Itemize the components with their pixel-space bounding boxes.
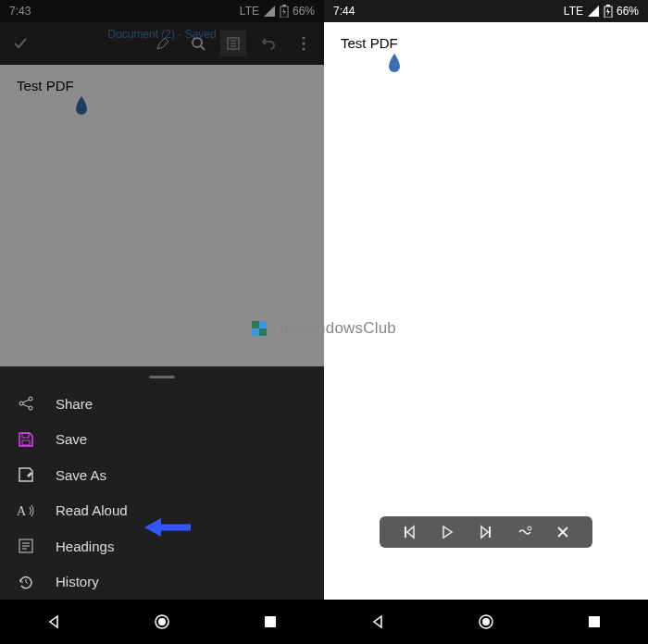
- svg-line-15: [23, 404, 29, 407]
- status-network: LTE: [240, 5, 259, 18]
- statusbar: 7:43 LTE 66%: [0, 0, 324, 22]
- text-cursor-handle[interactable]: [387, 54, 402, 74]
- status-network: LTE: [564, 5, 583, 18]
- svg-point-26: [158, 618, 166, 625]
- next-icon[interactable]: [477, 523, 495, 541]
- statusbar: 7:44 LTE 66%: [324, 0, 648, 22]
- menu-item-save[interactable]: Save: [0, 421, 324, 457]
- play-icon[interactable]: [438, 523, 456, 541]
- android-navbar: [0, 600, 324, 644]
- home-button[interactable]: [476, 612, 496, 632]
- back-button[interactable]: [368, 612, 388, 632]
- battery-icon: [280, 5, 289, 18]
- left-screenshot: 7:43 LTE 66% Document (2) - Saved: [0, 0, 324, 644]
- reading-view-icon[interactable]: [220, 31, 246, 56]
- menu-item-share[interactable]: Share: [0, 386, 324, 422]
- svg-point-32: [528, 526, 531, 530]
- svg-point-36: [482, 618, 490, 625]
- svg-point-10: [303, 48, 305, 51]
- undo-icon[interactable]: [255, 31, 281, 56]
- read-aloud-controls: [380, 516, 592, 548]
- svg-point-13: [29, 406, 32, 410]
- svg-line-3: [201, 46, 205, 50]
- menu-item-history[interactable]: History: [0, 564, 324, 600]
- status-right: LTE 66%: [564, 5, 639, 18]
- menu-label: Save As: [56, 467, 106, 483]
- svg-line-24: [26, 582, 28, 584]
- svg-rect-1: [282, 5, 286, 6]
- svg-text:A: A: [17, 504, 27, 518]
- signal-icon: [263, 6, 276, 17]
- signal-icon: [587, 6, 600, 17]
- more-icon[interactable]: [291, 31, 317, 56]
- bottom-sheet-menu: Share Save Save As A Read Aloud Headings: [0, 366, 324, 600]
- svg-rect-17: [22, 440, 30, 445]
- back-button[interactable]: [44, 612, 64, 632]
- menu-item-headings[interactable]: Headings: [0, 528, 324, 564]
- recent-button[interactable]: [584, 612, 604, 632]
- text-cursor-handle[interactable]: [74, 96, 89, 117]
- menu-label: History: [56, 574, 99, 589]
- svg-point-9: [303, 43, 305, 45]
- status-battery: 66%: [617, 5, 639, 18]
- svg-point-11: [19, 402, 23, 405]
- document-text: Test PDF: [17, 78, 74, 93]
- status-time: 7:43: [9, 5, 31, 18]
- readaloud-icon: A: [17, 502, 35, 519]
- settings-icon[interactable]: [516, 523, 534, 541]
- home-button[interactable]: [152, 612, 172, 632]
- svg-line-14: [23, 400, 29, 402]
- status-right: LTE 66%: [240, 5, 315, 18]
- svg-rect-29: [606, 5, 610, 6]
- app-toolbar: Document (2) - Saved: [0, 22, 324, 65]
- svg-point-8: [303, 37, 305, 40]
- menu-label: Share: [56, 396, 93, 412]
- history-icon: [17, 574, 35, 590]
- menu-item-saveas[interactable]: Save As: [0, 457, 324, 493]
- menu-label: Save: [56, 431, 87, 447]
- headings-icon: [17, 538, 35, 554]
- check-icon[interactable]: [7, 31, 33, 56]
- menu-label: Read Aloud: [56, 502, 128, 518]
- document-title: Document (2) - Saved: [107, 28, 216, 41]
- status-time: 7:44: [333, 5, 355, 18]
- document-canvas[interactable]: Test PDF: [324, 22, 648, 600]
- prev-icon[interactable]: [400, 523, 418, 541]
- svg-rect-37: [589, 616, 600, 627]
- sheet-drag-handle[interactable]: [149, 376, 175, 378]
- android-navbar: [324, 600, 648, 644]
- share-icon: [17, 395, 35, 412]
- save-icon: [17, 431, 35, 448]
- menu-label: Headings: [56, 539, 114, 554]
- svg-point-12: [29, 397, 32, 401]
- right-screenshot: 7:44 LTE 66% Test PDF: [324, 0, 648, 644]
- close-icon[interactable]: [554, 523, 572, 541]
- recent-button[interactable]: [260, 612, 280, 632]
- menu-item-readaloud[interactable]: A Read Aloud: [0, 492, 324, 528]
- svg-rect-27: [265, 616, 276, 627]
- document-text: Test PDF: [341, 35, 398, 51]
- saveas-icon: [17, 466, 35, 483]
- status-battery: 66%: [293, 5, 315, 18]
- battery-icon: [604, 5, 613, 18]
